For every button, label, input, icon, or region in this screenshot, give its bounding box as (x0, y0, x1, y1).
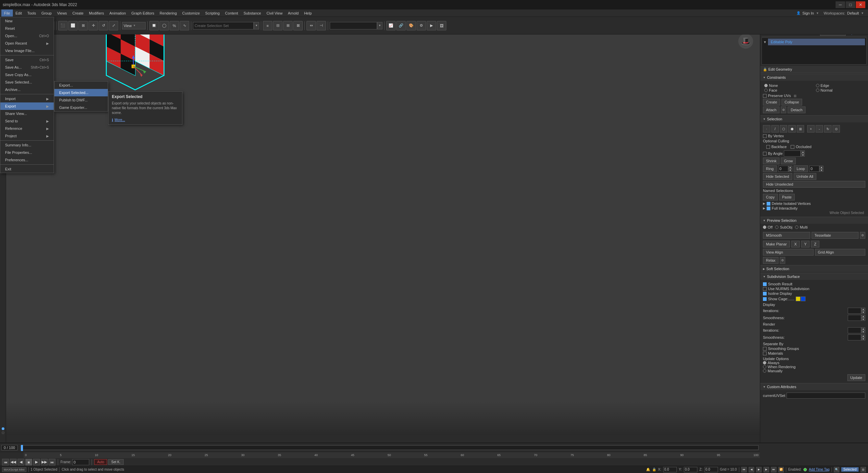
menu-group[interactable]: Group (39, 9, 54, 17)
mirror-button[interactable]: ⇔ (306, 21, 316, 30)
loop-icon-btn[interactable]: ↻ (824, 125, 832, 133)
status-prev[interactable]: ◀ (749, 467, 754, 472)
preview-multi[interactable]: Multi (795, 225, 808, 229)
unhide-all-button[interactable]: Unhide All (794, 173, 817, 180)
loop-dn[interactable]: ▼ (819, 169, 823, 172)
menu-rendering[interactable]: Rendering (157, 9, 180, 17)
disp-iter-dn[interactable]: ▼ (861, 311, 865, 314)
material-editor-button[interactable]: 🎨 (406, 21, 416, 30)
layer2-button[interactable]: ⊟ (273, 21, 282, 30)
uvset-input[interactable]: map1 (787, 393, 865, 399)
update-manually-row[interactable]: Manually (763, 369, 865, 373)
disp-iter-input[interactable]: 1 (848, 308, 861, 314)
status-next[interactable]: ▶ (764, 467, 769, 472)
menu-export-all[interactable]: Export... (54, 81, 108, 89)
loop-button[interactable]: Loop (794, 165, 808, 172)
edge-radio[interactable] (816, 84, 819, 87)
maximize-button[interactable]: □ (846, 1, 855, 8)
menu-views[interactable]: Views (54, 9, 70, 17)
spinner-snap-button[interactable]: ∿ (180, 21, 189, 30)
menu-file-properties[interactable]: File Properties... (0, 149, 54, 156)
menu-share-view[interactable]: Share View... (0, 110, 54, 117)
constraint-normal[interactable]: Normal (816, 88, 864, 92)
grow-button[interactable]: Grow (781, 158, 796, 164)
ring-button[interactable]: Ring (763, 165, 777, 172)
filter-button[interactable]: ⊞ (861, 467, 866, 472)
disp-smooth-dn[interactable]: ▼ (861, 318, 865, 321)
timeline-handle[interactable] (21, 445, 23, 451)
cage-swatch1[interactable] (796, 297, 800, 301)
shrink-button[interactable]: Shrink (763, 158, 779, 164)
relax-settings[interactable]: ⚙ (780, 257, 785, 264)
constraint-edge[interactable]: Edge (816, 84, 864, 88)
menu-civil-view[interactable]: Civil View (264, 9, 285, 17)
full-interactivity-row[interactable]: ▶ Full Interactivity (763, 206, 865, 210)
path-arrow[interactable]: ▼ (377, 22, 382, 29)
preview-selection-header[interactable]: ▼ Preview Selection (760, 217, 868, 224)
off-radio[interactable] (763, 226, 766, 229)
align-button[interactable]: ⊣ (317, 21, 326, 30)
menu-summary-info[interactable]: Summary Info... (0, 141, 54, 149)
by-angle-check[interactable]: By Angle (763, 151, 783, 156)
use-nurms-cb[interactable] (763, 287, 767, 291)
auto-key-button[interactable]: Auto (94, 459, 107, 465)
menu-send-to[interactable]: Send to ▶ (0, 117, 54, 125)
update-button[interactable]: Update (847, 374, 865, 381)
attach-button[interactable]: Attach (763, 107, 779, 113)
z-button[interactable]: Z (811, 241, 819, 247)
current-frame-input[interactable] (72, 459, 89, 465)
grid-align-button[interactable]: Grid Align (815, 249, 866, 256)
menu-new[interactable]: New (0, 17, 54, 25)
set-key-button[interactable]: Set K. (108, 459, 123, 465)
use-nurms-row[interactable]: Use NURMS Subdivision (763, 287, 865, 291)
move-button[interactable]: ✛ (89, 21, 98, 30)
collapse-button[interactable]: Collapse (782, 99, 802, 105)
menu-create[interactable]: Create (70, 9, 86, 17)
menu-save[interactable]: Save Ctrl+S (0, 56, 54, 64)
detach-button[interactable]: Detach (788, 107, 805, 113)
select-region-button[interactable]: ⬜ (68, 21, 78, 30)
menu-substance[interactable]: Substance (241, 9, 264, 17)
ring-dn[interactable]: ▼ (788, 169, 792, 172)
y-button[interactable]: Y (801, 241, 810, 247)
paste-named-button[interactable]: Paste (779, 194, 795, 200)
close-button[interactable]: ✕ (856, 1, 865, 8)
constraints-header[interactable]: ▼ Constraints (760, 74, 868, 81)
view-dropdown[interactable]: View ▼ (122, 22, 146, 29)
coord-x-input[interactable] (663, 467, 677, 472)
rend-smooth-input[interactable]: 1.0 (848, 334, 861, 340)
curve-editor-button[interactable]: 📈 (386, 21, 396, 30)
menu-preferences[interactable]: Preferences... (0, 156, 54, 164)
schematic-button[interactable]: 🔗 (396, 21, 406, 30)
menu-project[interactable]: Project ▶ (0, 132, 54, 140)
isoline-display-row[interactable]: Isoline Display (763, 291, 865, 295)
x-button[interactable]: X (791, 241, 800, 247)
copy-named-button[interactable]: Copy (763, 194, 778, 200)
coord-z-input[interactable] (704, 467, 718, 472)
menu-exit[interactable]: Exit (0, 165, 54, 173)
minimize-button[interactable]: ─ (836, 1, 845, 8)
always-radio[interactable] (763, 361, 766, 364)
preview-subobj[interactable]: SubObj (775, 225, 792, 229)
render-setup-button[interactable]: ⚙ (417, 21, 426, 30)
create-button[interactable]: Create (763, 99, 780, 105)
make-planar-button[interactable]: Make Planar (763, 241, 790, 247)
relax-button[interactable]: Relax (763, 257, 778, 264)
msmooth-button[interactable]: MSmooth (763, 232, 810, 239)
constraint-face[interactable]: Face (764, 88, 813, 92)
menu-reset[interactable]: Reset (0, 25, 54, 32)
menu-content[interactable]: Content (222, 9, 241, 17)
go-start-button[interactable]: ⏮ (2, 459, 9, 466)
layer4-button[interactable]: ⊠ (293, 21, 303, 30)
layer-button[interactable]: ≡ (263, 21, 272, 30)
ring-up[interactable]: ▲ (788, 166, 792, 169)
preserve-uvs-row[interactable]: Preserve UVs ⊞ (763, 94, 865, 98)
constraint-none[interactable]: None (764, 84, 813, 88)
rend-iter-input[interactable]: 1 (848, 327, 861, 333)
preserve-uvs-cb[interactable] (763, 94, 767, 98)
menu-game-exporter[interactable]: Game Exporter... (54, 104, 108, 111)
angle-up[interactable]: ▲ (801, 150, 805, 153)
when-rendering-radio[interactable] (763, 365, 766, 369)
play-back-button[interactable]: ◀ (18, 459, 24, 466)
preview-off[interactable]: Off (763, 225, 772, 229)
